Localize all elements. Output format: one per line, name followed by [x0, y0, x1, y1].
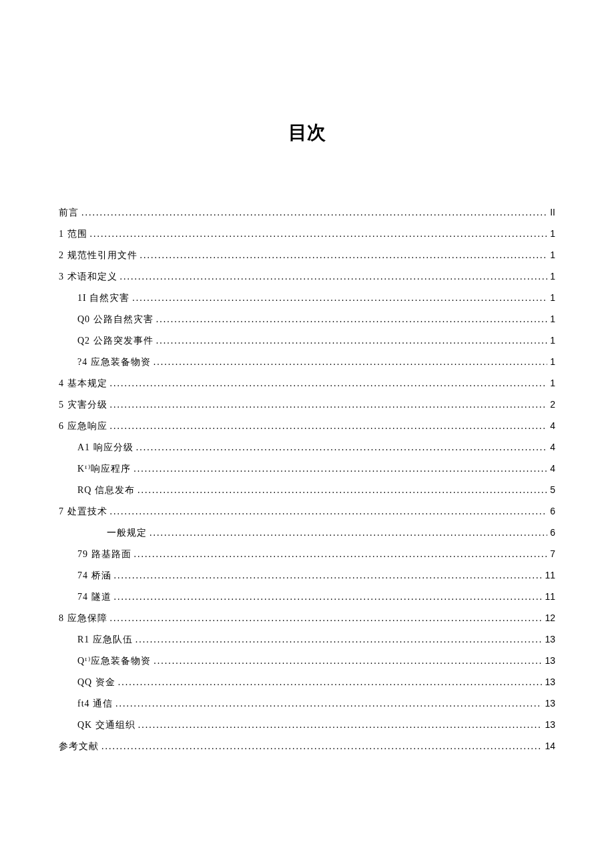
toc-entry-page: 1: [550, 291, 555, 305]
toc-leader-dots: [135, 632, 543, 646]
toc-leader-dots: [136, 440, 548, 454]
toc-entry-page: 1: [550, 312, 555, 326]
toc-entry-page: II: [550, 205, 555, 220]
toc-entry-page: 6: [550, 526, 555, 540]
toc-entry-label: 1I 自然灾害: [77, 291, 129, 305]
toc-entry-page: 13: [545, 697, 555, 711]
toc-leader-dots: [110, 398, 548, 412]
toc-leader-dots: [110, 376, 548, 390]
toc-leader-dots: [138, 718, 543, 732]
toc-entry-page: 1: [550, 355, 555, 369]
toc-entry-page: 4: [550, 419, 555, 433]
toc-leader-dots: [156, 312, 548, 326]
toc-entry-label: Qᶦ⁾应急装备物资: [77, 654, 151, 668]
toc-leader-dots: [90, 227, 548, 241]
table-of-contents: 前言II1 范围12 规范性引用文件13 术语和定义11I 自然灾害1Q0 公路…: [59, 205, 555, 753]
toc-entry: 74 桥涵11: [59, 568, 555, 582]
toc-leader-dots: [154, 654, 542, 668]
toc-entry-page: 12: [545, 611, 555, 625]
toc-entry-label: 参考文献: [59, 739, 99, 753]
toc-entry-label: ft4 通信: [77, 697, 113, 711]
toc-entry-page: 13: [545, 632, 555, 646]
toc-entry: Kᶦ⁾响应程序4: [59, 462, 555, 476]
toc-entry: 一般规定6: [59, 526, 555, 540]
toc-entry-label: R1 应急队伍: [77, 632, 133, 646]
toc-leader-dots: [133, 462, 547, 476]
toc-entry-page: 1: [550, 227, 555, 241]
toc-leader-dots: [110, 419, 548, 433]
page-title: 目次: [59, 120, 555, 145]
toc-entry: 79 路基路面7: [59, 547, 555, 561]
toc-entry-label: QQ 资金: [77, 675, 115, 689]
toc-leader-dots: [101, 739, 542, 753]
toc-entry-label: Q2 公路突发事件: [77, 334, 154, 348]
toc-leader-dots: [132, 291, 547, 305]
toc-entry-label: 6 应急响应: [59, 419, 107, 433]
toc-entry: 8 应急保障12: [59, 611, 555, 625]
toc-entry-page: 13: [545, 654, 555, 668]
toc-leader-dots: [114, 590, 543, 604]
toc-entry-label: 5 灾害分级: [59, 398, 107, 412]
toc-entry-label: A1 响应分级: [77, 440, 133, 454]
toc-entry-page: 6: [550, 504, 555, 518]
toc-entry-page: 11: [545, 568, 555, 582]
toc-entry-page: 5: [550, 483, 555, 497]
toc-entry: 7 处置技术6: [59, 504, 555, 518]
toc-entry: Qᶦ⁾应急装备物资13: [59, 654, 555, 668]
toc-entry: 2 规范性引用文件1: [59, 248, 555, 262]
toc-leader-dots: [118, 675, 543, 689]
toc-entry: 6 应急响应4: [59, 419, 555, 433]
toc-leader-dots: [140, 248, 548, 262]
toc-entry: 3 术语和定义1: [59, 270, 555, 284]
toc-entry-page: 11: [545, 590, 555, 604]
toc-entry: ft4 通信13: [59, 697, 555, 711]
toc-entry-label: Kᶦ⁾响应程序: [77, 462, 131, 476]
toc-entry-label: 74 桥涵: [77, 568, 111, 582]
toc-entry-label: ?4 应急装备物资: [77, 355, 151, 369]
toc-leader-dots: [154, 355, 547, 369]
toc-entry: 前言II: [59, 205, 555, 220]
toc-entry: 1 范围1: [59, 227, 555, 241]
toc-entry-label: 8 应急保障: [59, 611, 107, 625]
toc-leader-dots: [114, 568, 543, 582]
toc-entry-label: Q0 公路自然灾害: [77, 312, 154, 326]
toc-entry: RQ 信息发布5: [59, 483, 555, 497]
toc-entry-label: QK 交通组织: [77, 718, 135, 732]
toc-leader-dots: [110, 504, 548, 518]
toc-leader-dots: [156, 334, 548, 348]
toc-leader-dots: [134, 547, 548, 561]
toc-entry-page: 13: [545, 675, 555, 689]
toc-entry: QQ 资金13: [59, 675, 555, 689]
toc-entry-label: 3 术语和定义: [59, 270, 117, 284]
toc-entry: ?4 应急装备物资1: [59, 355, 555, 369]
toc-entry: QK 交通组织13: [59, 718, 555, 732]
toc-entry: R1 应急队伍13: [59, 632, 555, 646]
toc-entry-page: 2: [550, 398, 555, 412]
toc-entry-label: 7 处置技术: [59, 504, 107, 518]
toc-entry-label: 一般规定: [107, 526, 147, 540]
toc-entry-page: 13: [545, 718, 555, 732]
toc-entry-label: 1 范围: [59, 227, 87, 241]
toc-entry: 参考文献14: [59, 739, 555, 753]
toc-entry-label: 4 基本规定: [59, 376, 107, 390]
toc-entry-page: 14: [545, 739, 555, 753]
toc-entry-label: 79 路基路面: [77, 547, 131, 561]
toc-entry-page: 1: [550, 270, 555, 284]
toc-leader-dots: [137, 483, 547, 497]
toc-leader-dots: [110, 611, 543, 625]
toc-entry-page: 7: [550, 547, 555, 561]
toc-entry: 1I 自然灾害1: [59, 291, 555, 305]
toc-entry: 74 隧道11: [59, 590, 555, 604]
toc-entry: 5 灾害分级2: [59, 398, 555, 412]
toc-leader-dots: [115, 697, 542, 711]
toc-entry-label: RQ 信息发布: [77, 483, 135, 497]
toc-entry-label: 2 规范性引用文件: [59, 248, 137, 262]
toc-entry-label: 前言: [59, 205, 79, 220]
toc-leader-dots: [120, 270, 548, 284]
toc-entry-page: 4: [550, 462, 555, 476]
toc-entry: 4 基本规定1: [59, 376, 555, 390]
toc-entry-page: 4: [550, 440, 555, 454]
toc-entry-label: 74 隧道: [77, 590, 111, 604]
toc-entry-page: 1: [550, 248, 555, 262]
toc-entry: Q2 公路突发事件1: [59, 334, 555, 348]
